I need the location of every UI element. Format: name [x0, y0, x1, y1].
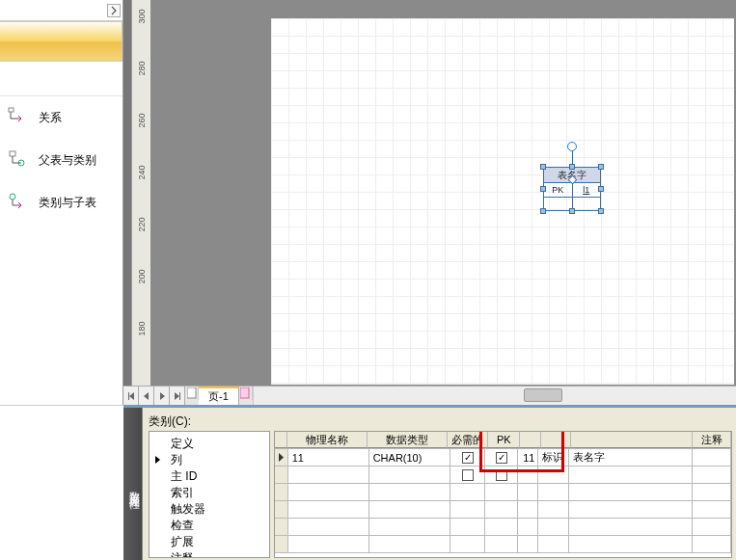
next-page-button[interactable]: [154, 387, 170, 405]
first-page-button[interactable]: [123, 387, 139, 405]
row-selector[interactable]: [275, 467, 288, 483]
table-row[interactable]: [275, 536, 731, 553]
columns-grid[interactable]: 物理名称 数据类型 必需的 PK 注释 11 CHAR(10) 11 标识 表名…: [274, 431, 732, 558]
entity-cell-name: l1: [573, 183, 601, 197]
tree-item-primary-id[interactable]: 主 ID: [151, 468, 267, 485]
tree-item-extend[interactable]: 扩展: [151, 534, 267, 550]
checkbox-pk[interactable]: [496, 452, 507, 464]
resize-handle[interactable]: [569, 164, 575, 170]
tree-item-columns[interactable]: 列: [151, 452, 267, 468]
cell-pk[interactable]: [485, 449, 517, 466]
resize-handle[interactable]: [540, 186, 546, 192]
table-row[interactable]: 11 CHAR(10) 11 标识 表名字: [275, 449, 731, 467]
row-selector-header: [275, 432, 287, 448]
ruler-mark: 180: [137, 320, 147, 338]
page-icon: [185, 387, 199, 400]
svg-rect-0: [9, 108, 14, 112]
resize-handle[interactable]: [598, 186, 604, 192]
col-header-ident: [541, 432, 571, 448]
cell-data-type[interactable]: CHAR(10): [369, 449, 450, 466]
svg-rect-5: [240, 387, 249, 398]
resize-handle[interactable]: [598, 164, 604, 170]
tree-item-check[interactable]: 检查: [151, 518, 267, 534]
stencil-divider: [0, 62, 123, 96]
ruler-mark: 260: [137, 112, 147, 130]
row-selector[interactable]: [275, 449, 288, 466]
tree-item-definition[interactable]: 定义: [151, 436, 267, 452]
svg-point-3: [10, 194, 15, 200]
database-properties-panel: 数据库属性 类别(C): 定义 列 主 ID 索引 触发器 检查 扩展 注释 物…: [123, 405, 736, 560]
ruler-mark: 240: [137, 164, 147, 182]
svg-rect-4: [187, 387, 196, 398]
row-pointer-icon: [278, 453, 285, 462]
col-header-num: [520, 432, 540, 448]
table-row[interactable]: [275, 519, 731, 536]
cell-comment[interactable]: [693, 449, 731, 466]
cell-ident: 标识: [538, 449, 569, 466]
col-header-physical-name[interactable]: 物理名称: [287, 432, 368, 448]
ruler-mark: 200: [137, 268, 147, 286]
expand-stencil-button[interactable]: [107, 4, 121, 17]
resize-handle[interactable]: [540, 164, 546, 170]
properties-side-tab[interactable]: 数据库属性: [123, 408, 143, 560]
table-row[interactable]: [275, 501, 731, 519]
new-page-icon[interactable]: [239, 387, 253, 400]
category-child-icon: [8, 192, 29, 213]
resize-handle[interactable]: [598, 208, 604, 214]
stencil-header: [0, 0, 123, 21]
ruler-mark: 280: [137, 60, 147, 78]
stencil-panel: 关系 父表与类别 类别与子表: [0, 0, 123, 405]
stencil-lower-area: [0, 405, 123, 560]
stencil-item-label: 父表与类别: [39, 152, 96, 169]
cell-required[interactable]: [450, 449, 486, 466]
scrollbar-thumb[interactable]: [524, 388, 562, 402]
last-page-button[interactable]: [170, 387, 185, 405]
page-tab-1[interactable]: 页-1: [199, 387, 239, 405]
col-header-comment[interactable]: 注释: [693, 432, 731, 448]
stencil-item-parent-category[interactable]: 父表与类别: [0, 139, 123, 181]
col-header-data-type[interactable]: 数据类型: [368, 432, 448, 448]
col-header-ref: [571, 432, 693, 448]
category-tree[interactable]: 定义 列 主 ID 索引 触发器 检查 扩展 注释: [149, 431, 270, 558]
app-root: 关系 父表与类别 类别与子表 300 280 260 240 220 200 1…: [0, 0, 736, 560]
resize-handle[interactable]: [540, 208, 546, 214]
resize-handle[interactable]: [569, 208, 575, 214]
rotation-handle[interactable]: [567, 142, 577, 151]
tree-item-notes[interactable]: 注释: [151, 550, 267, 558]
stencil-item-category-child[interactable]: 类别与子表: [0, 181, 123, 224]
ruler-mark: 300: [137, 8, 147, 26]
vertical-ruler: 300 280 260 240 220 200 180: [123, 0, 150, 386]
cell-num: 11: [518, 449, 538, 466]
stencil-item-relation[interactable]: 关系: [0, 96, 123, 139]
category-label: 类别(C):: [149, 413, 191, 430]
tree-item-trigger[interactable]: 触发器: [151, 501, 267, 518]
page-tab-bar: 页-1: [123, 386, 736, 405]
col-header-required[interactable]: 必需的: [448, 432, 488, 448]
horizontal-scrollbar[interactable]: [253, 387, 736, 405]
table-row[interactable]: [275, 467, 731, 484]
tree-item-index[interactable]: 索引: [151, 485, 267, 501]
drawing-canvas-viewport[interactable]: 表名字 PK l1: [150, 0, 736, 386]
rotation-stem: [572, 151, 573, 165]
drawing-page[interactable]: 表名字 PK l1: [270, 17, 735, 386]
relation-icon: [8, 107, 29, 128]
parent-category-icon: [8, 149, 29, 171]
cell-physical-name[interactable]: 11: [288, 449, 369, 466]
stencil-item-label: 关系: [39, 110, 62, 126]
checkbox-pk[interactable]: [496, 469, 507, 481]
cell-ref: 表名字: [569, 449, 693, 466]
svg-rect-1: [10, 151, 15, 156]
checkbox-required[interactable]: [462, 452, 474, 464]
grid-header-row: 物理名称 数据类型 必需的 PK 注释: [275, 432, 731, 449]
chevron-right-icon: [109, 6, 119, 15]
col-header-pk[interactable]: PK: [488, 432, 520, 448]
page-tab-label: 页-1: [208, 389, 229, 404]
table-row[interactable]: [275, 484, 731, 501]
ruler-mark: 220: [137, 216, 147, 234]
stencil-item-label: 类别与子表: [39, 195, 96, 211]
checkbox-required[interactable]: [462, 469, 474, 481]
selected-stencil-header[interactable]: [0, 21, 123, 62]
entity-shape[interactable]: 表名字 PK l1: [543, 142, 601, 196]
entity-body[interactable]: 表名字 PK l1: [543, 167, 601, 211]
prev-page-button[interactable]: [139, 387, 154, 405]
